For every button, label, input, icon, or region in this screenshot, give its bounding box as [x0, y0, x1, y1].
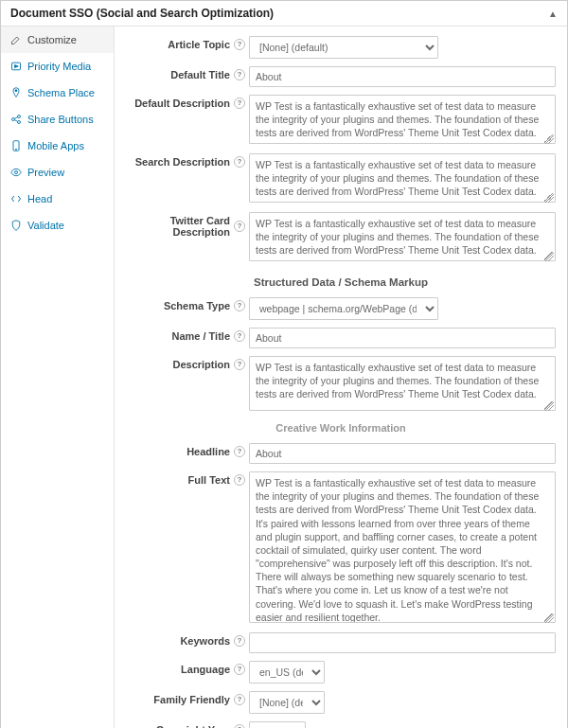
field-default-description: Default Description? WP Test is a fantas…	[126, 95, 556, 146]
schema-description-textarea[interactable]: WP Test is a fantastically exhaustive se…	[249, 356, 556, 411]
field-language: Language? en_US (default)	[126, 661, 556, 684]
field-keywords: Keywords?	[126, 632, 556, 653]
field-default-title: Default Title?	[126, 66, 556, 87]
family-friendly-select[interactable]: [None] (default)	[249, 691, 325, 714]
field-article-topic: Article Topic? [None] (default)	[126, 36, 556, 59]
metabox-header[interactable]: Document SSO (Social and Search Optimiza…	[1, 1, 567, 27]
svg-point-10	[15, 171, 18, 174]
help-icon[interactable]: ?	[234, 474, 245, 486]
sidebar-item-priority-media[interactable]: Priority Media	[1, 53, 114, 80]
svg-line-6	[15, 117, 18, 119]
shield-icon	[10, 220, 22, 231]
full-text-textarea[interactable]: WP Test is a fantastically exhaustive se…	[249, 471, 556, 623]
label: Description	[172, 359, 230, 370]
help-icon[interactable]: ?	[234, 446, 245, 457]
help-icon[interactable]: ?	[234, 359, 245, 370]
sidebar-item-label: Share Buttons	[27, 114, 94, 125]
sidebar-item-label: Validate	[27, 220, 64, 231]
svg-point-4	[18, 115, 21, 118]
eye-icon	[10, 167, 22, 178]
field-headline: Headline?	[126, 443, 556, 464]
field-family-friendly: Family Friendly? [None] (default)	[126, 691, 556, 714]
label: Default Description	[134, 98, 230, 109]
sidebar: Customize Priority Media Schema Place Sh…	[1, 27, 115, 728]
help-icon[interactable]: ?	[234, 98, 245, 109]
svg-point-5	[18, 121, 21, 124]
twitter-description-textarea[interactable]: WP Test is a fantastically exhaustive se…	[249, 212, 556, 261]
sidebar-item-head[interactable]: Head	[1, 186, 114, 212]
field-schema-name: Name / Title?	[126, 328, 556, 348]
article-topic-select[interactable]: [None] (default)	[249, 36, 438, 59]
media-icon	[10, 61, 22, 72]
sidebar-item-label: Mobile Apps	[27, 140, 84, 151]
sidebar-item-schema-place[interactable]: Schema Place	[1, 80, 114, 106]
sidebar-item-share-buttons[interactable]: Share Buttons	[1, 106, 114, 133]
label: Family Friendly	[153, 694, 230, 705]
metabox-title: Document SSO (Social and Search Optimiza…	[10, 7, 274, 20]
default-description-textarea[interactable]: WP Test is a fantastically exhaustive se…	[249, 95, 556, 144]
headline-input[interactable]	[249, 443, 556, 464]
mobile-icon	[10, 140, 22, 151]
help-icon[interactable]: ?	[234, 635, 245, 647]
sidebar-item-label: Customize	[27, 34, 77, 45]
help-icon[interactable]: ?	[234, 664, 245, 675]
sidebar-item-mobile-apps[interactable]: Mobile Apps	[1, 133, 114, 159]
label: Keywords	[180, 635, 230, 647]
svg-point-9	[15, 149, 16, 150]
field-twitter-card-description: Twitter Card Description? WP Test is a f…	[126, 212, 556, 263]
sidebar-item-label: Head	[27, 193, 52, 204]
label: Twitter Card Description	[126, 215, 230, 238]
search-description-textarea[interactable]: WP Test is a fantastically exhaustive se…	[249, 153, 556, 203]
pin-icon	[10, 87, 22, 98]
main-panel: Article Topic? [None] (default) Default …	[115, 27, 567, 728]
label: Default Title	[170, 69, 230, 80]
help-icon[interactable]: ?	[234, 694, 245, 705]
label: Search Description	[135, 156, 230, 168]
svg-marker-1	[15, 65, 19, 68]
help-icon[interactable]: ?	[234, 39, 245, 50]
help-icon[interactable]: ?	[234, 724, 245, 728]
label: Article Topic	[168, 39, 230, 50]
field-copyright-year: Copyright Year?	[126, 721, 556, 728]
field-schema-description: Description? WP Test is a fantastically …	[126, 356, 556, 413]
svg-point-2	[15, 90, 17, 92]
collapse-caret-icon[interactable]: ▲	[548, 9, 558, 19]
schema-section-title: Structured Data / Schema Markup	[126, 276, 556, 288]
label: Name / Title	[171, 330, 230, 342]
sidebar-item-label: Priority Media	[27, 61, 91, 72]
sidebar-item-label: Preview	[27, 167, 64, 178]
field-full-text: Full Text? WP Test is a fantastically ex…	[126, 471, 556, 625]
code-icon	[10, 193, 22, 204]
copyright-year-input[interactable]	[249, 721, 306, 728]
keywords-input[interactable]	[249, 632, 556, 653]
metabox-body: Customize Priority Media Schema Place Sh…	[1, 27, 567, 728]
metabox: Document SSO (Social and Search Optimiza…	[0, 0, 568, 728]
schema-name-input[interactable]	[249, 328, 556, 348]
help-icon[interactable]: ?	[234, 69, 245, 80]
field-search-description: Search Description? WP Test is a fantast…	[126, 153, 556, 204]
creative-work-section-title: Creative Work Information	[126, 422, 556, 434]
help-icon[interactable]: ?	[234, 156, 245, 168]
help-icon[interactable]: ?	[234, 330, 245, 342]
schema-type-select[interactable]: webpage | schema.org/WebPage (default)	[249, 297, 438, 320]
sidebar-item-preview[interactable]: Preview	[1, 159, 114, 186]
share-icon	[10, 114, 22, 125]
field-schema-type: Schema Type? webpage | schema.org/WebPag…	[126, 297, 556, 320]
label: Full Text	[188, 474, 230, 486]
sidebar-item-label: Schema Place	[27, 87, 95, 98]
default-title-input[interactable]	[249, 66, 556, 87]
label: Copyright Year	[156, 724, 230, 728]
svg-line-7	[15, 120, 18, 122]
label: Schema Type	[164, 300, 230, 311]
sidebar-item-customize[interactable]: Customize	[1, 27, 114, 53]
svg-point-3	[12, 118, 15, 121]
label: Headline	[186, 446, 230, 457]
pencil-icon	[10, 34, 22, 45]
help-icon[interactable]: ?	[234, 221, 245, 232]
sidebar-item-validate[interactable]: Validate	[1, 212, 114, 239]
help-icon[interactable]: ?	[234, 300, 245, 311]
label: Language	[181, 664, 230, 675]
language-select[interactable]: en_US (default)	[249, 661, 325, 684]
